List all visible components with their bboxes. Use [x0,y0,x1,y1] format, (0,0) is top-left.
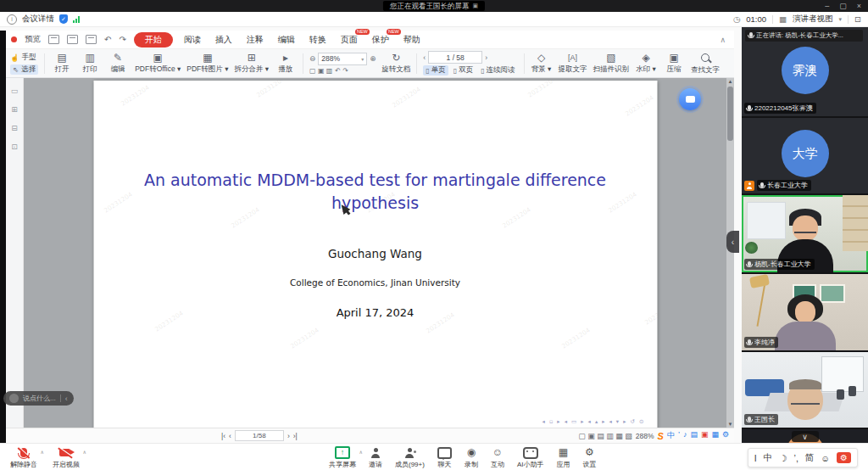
background-button[interactable]: ◇背景 ▾ [531,53,553,75]
ime-punctuation-icon[interactable]: ’, [794,453,798,463]
next-page-icon[interactable]: › [485,53,487,62]
extract-text-button[interactable]: [A]提取文字 [559,53,587,75]
beamer-nav-symbols[interactable]: ◂ ▫ ▸ ◂ ▭ ▸ ◂ ▴ ▸ ◂ ▾ ▸ ↺ ⊙ [542,418,645,425]
unmute-button[interactable]: 解除静音∧ [10,447,37,469]
scroll-down-icon[interactable]: ▼ [726,422,734,427]
meeting-details-link[interactable]: 会议详情 [22,14,54,25]
tray-settings-icon[interactable]: ⚙ [722,430,729,441]
prev-page-icon[interactable]: ‹ [229,432,231,440]
sogou-ime-logo[interactable]: S [658,431,664,441]
edit-button[interactable]: ✎编辑 [107,53,129,75]
participant-tile[interactable]: 正在讲话: 杨凯-长春工业大学... 霁澳 2202212045张霁澳 [742,26,868,116]
view-mode-caret-icon[interactable]: ▾ [839,16,843,23]
thumbnail-panel-icon[interactable]: ⊞ [11,105,18,114]
menu-comment[interactable]: 注释 [243,34,267,46]
vertical-scrollbar[interactable]: ▲ ▼ [726,78,734,428]
ime-emoji-icon[interactable]: ☺ [821,453,830,463]
new-file-icon[interactable] [48,35,59,44]
ime-simplified-icon[interactable]: 简 [805,452,815,464]
participant-tile[interactable]: ∨ [742,429,868,443]
close-button[interactable]: × [857,0,861,12]
search-panel-icon[interactable]: ⊡ [11,143,18,151]
participant-tile[interactable]: 大学 长春工业大学 [742,118,868,193]
sidebar-scroll-chevron[interactable]: ∨ [792,431,819,442]
share-screen-button[interactable]: ↑ 共享屏幕∧ [329,447,356,469]
first-page-icon[interactable]: |‹ [221,432,225,440]
ime-toolbar[interactable]: I 中 ☽ ’, 简 ☺ ⚙ [748,448,858,467]
menu-page[interactable]: 页面 NEW [337,34,361,46]
page-indicator[interactable]: 1 / 58 [428,51,482,64]
menu-help[interactable]: 帮助 [400,34,424,46]
maximize-button[interactable]: ▢ [839,0,847,12]
participant-tile[interactable]: 杨凯-长春工业大学 [742,195,868,272]
ime-cursor-mode[interactable]: I [754,453,757,463]
tray-apps-icon[interactable]: ▦ [711,430,719,441]
participant-tile[interactable]: 李纯净 [742,274,868,350]
split-merge-button[interactable]: ⊞拆分合并 ▾ [234,53,269,75]
undo-button[interactable]: ↶ [104,35,111,44]
mic-options-caret-icon[interactable]: ∧ [41,449,44,455]
apps-button[interactable]: ▦ 应用 [556,447,570,469]
bookmark-panel-icon[interactable]: ▭ [11,87,19,95]
minimize-button[interactable]: – [825,0,829,12]
settings-button[interactable]: ⚙ 设置 [582,447,596,469]
fit-page-icons[interactable]: ▢ ▣ ▥ [309,67,332,75]
pdf-to-image-button[interactable]: ▦PDF转图片 ▾ [186,53,228,75]
compress-button[interactable]: ▣压缩 [663,53,685,75]
scrollbar-thumb[interactable] [727,87,733,141]
single-page-mode[interactable]: ▯单页 [423,65,448,76]
floating-assistant-button[interactable] [679,88,701,110]
start-video-button[interactable]: 开启视频∧ [53,447,80,469]
ime-chinese-mode[interactable]: 中 [764,452,773,464]
save-icon[interactable] [67,35,78,44]
menu-convert[interactable]: 转换 [306,34,330,46]
share-options-caret-icon[interactable]: ∧ [359,449,363,455]
select-tool[interactable]: ⇖选择 [10,64,38,75]
members-button[interactable]: 成员(99+) [395,447,425,469]
quick-chat-placeholder[interactable]: 说点什么... [23,394,56,403]
pdf-to-office-button[interactable]: ▣PDF转Office ▾ [135,53,181,75]
menu-protect[interactable]: 保护 NEW [369,34,392,46]
scroll-up-icon[interactable]: ▲ [726,79,734,84]
quick-print-icon[interactable] [86,35,97,44]
quick-chat-collapse-icon[interactable]: ‹ [65,394,68,403]
workspace-tab[interactable]: 预览 [25,34,41,45]
hand-tool[interactable]: ☝手型 [10,53,38,63]
chat-button[interactable]: 聊天 [437,447,452,469]
menu-home[interactable]: 开始 [134,32,173,48]
continuous-mode[interactable]: ▯连续阅读 [478,65,517,76]
interact-button[interactable]: ☺ 互动 [491,447,504,469]
ime-keyboard-icon[interactable]: ▤ [690,430,698,441]
next-page-icon[interactable]: › [287,432,290,440]
view-mode-icons[interactable]: ▢ ▣ ▤ ▥ ▦ ▧ [578,432,632,440]
redo-button[interactable]: ↷ [119,35,125,44]
find-text-button[interactable]: 查找文字 [691,52,720,76]
ime-voice-icon[interactable]: ♪ [683,430,687,441]
scan-ocr-button[interactable]: ▧扫描件识别 [593,53,630,75]
print-button[interactable]: ▥打印 [79,53,101,75]
zoom-value-box[interactable]: 288%▾ [318,53,367,65]
participant-tile[interactable]: 王国长 [742,352,868,428]
video-options-caret-icon[interactable]: ∧ [83,449,86,455]
last-page-icon[interactable]: ›| [293,432,298,440]
statusbar-page-indicator[interactable]: 1/58 [235,430,284,441]
menu-insert[interactable]: 插入 [212,34,236,46]
rotate-document-button[interactable]: ↻旋转文档 [381,53,410,75]
tray-red-icon[interactable]: ▣ [701,430,709,441]
watermark-button[interactable]: ◈水印 ▾ [635,53,657,75]
ime-lang-icon[interactable]: 中 [667,430,675,441]
zoom-in-icon[interactable]: ⊕ [370,54,376,63]
rotate-page-icons[interactable]: ↶ ↷ [335,67,348,75]
menu-edit[interactable]: 编辑 [275,34,298,46]
ime-settings-icon[interactable]: ⚙ [837,452,851,463]
ai-assistant-button[interactable]: AI小助手 [517,447,544,469]
ime-punct-icon[interactable]: ’ [678,430,680,441]
ribbon-collapse-icon[interactable]: ∧ [720,36,726,44]
annotation-panel-icon[interactable]: ⊟ [11,124,18,132]
quick-chat-pill[interactable]: 说点什么... ‹ [3,391,74,406]
zoom-out-icon[interactable]: ⊖ [309,54,315,63]
view-mode-selector[interactable]: 演讲者视图 [793,14,833,25]
fullscreen-icon[interactable]: ⊡ [854,14,861,24]
double-page-mode[interactable]: ▯双页 [451,65,476,76]
sidebar-collapse-tab[interactable]: ‹ [726,231,739,253]
